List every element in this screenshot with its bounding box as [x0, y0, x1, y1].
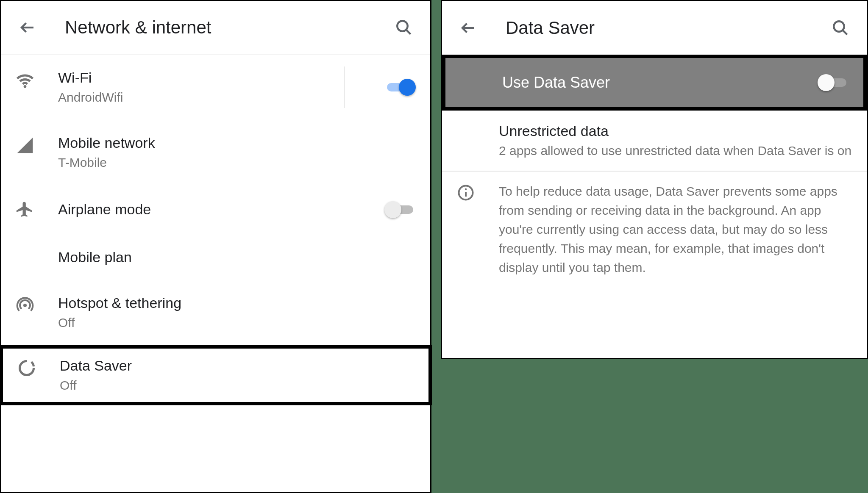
- row-title: Airplane mode: [58, 201, 376, 218]
- divider: [344, 66, 345, 108]
- row-airplane[interactable]: Airplane mode: [1, 185, 430, 234]
- hotspot-icon: [16, 294, 58, 315]
- row-use-data-saver-highlight: Use Data Saver: [442, 55, 867, 111]
- blank-icon: [460, 73, 502, 75]
- svg-point-1: [23, 304, 27, 307]
- use-data-saver-toggle[interactable]: [818, 73, 849, 92]
- wifi-toggle[interactable]: [384, 78, 416, 97]
- row-hotspot[interactable]: Hotspot & tethering Off: [1, 280, 430, 345]
- page-title: Network & internet: [39, 17, 392, 38]
- row-mobile-network[interactable]: Mobile network T-Mobile: [1, 120, 430, 185]
- search-icon[interactable]: [392, 16, 416, 39]
- row-mobile-plan[interactable]: Mobile plan: [1, 234, 430, 280]
- airplane-toggle[interactable]: [384, 200, 416, 219]
- row-sub: T-Mobile: [58, 154, 416, 171]
- row-title: Wi-Fi: [58, 69, 376, 86]
- row-data-saver[interactable]: Data Saver Off: [3, 349, 428, 402]
- row-title: Mobile network: [58, 134, 416, 152]
- appbar: Network & internet: [1, 1, 430, 55]
- page-title: Data Saver: [480, 18, 829, 38]
- back-arrow-icon[interactable]: [16, 16, 39, 39]
- row-title: Data Saver: [60, 357, 414, 374]
- row-sub: Off: [60, 377, 414, 393]
- svg-point-2: [834, 21, 844, 32]
- svg-point-5: [465, 188, 467, 190]
- blank-icon: [16, 249, 58, 250]
- info-icon: [456, 182, 499, 202]
- row-sub: Off: [58, 314, 416, 331]
- data-saver-icon: [17, 357, 60, 377]
- row-info: To help reduce data usage, Data Saver pr…: [442, 172, 867, 291]
- network-internet-screen: Network & internet Wi-Fi AndroidWifi: [0, 0, 431, 493]
- wifi-icon: [16, 69, 58, 89]
- appbar: Data Saver: [442, 1, 867, 55]
- row-wifi[interactable]: Wi-Fi AndroidWifi: [1, 55, 430, 120]
- row-title: Mobile plan: [58, 249, 416, 266]
- row-sub: 2 apps allowed to use unrestricted data …: [499, 142, 852, 159]
- blank-icon: [456, 122, 499, 124]
- row-sub: AndroidWifi: [58, 89, 376, 105]
- info-text: To help reduce data usage, Data Saver pr…: [499, 182, 852, 277]
- row-title: Hotspot & tethering: [58, 294, 416, 312]
- row-data-saver-highlight: Data Saver Off: [0, 345, 432, 405]
- row-use-data-saver[interactable]: Use Data Saver: [445, 58, 863, 107]
- search-icon[interactable]: [829, 16, 852, 40]
- airplane-icon: [16, 199, 58, 220]
- row-title: Unrestricted data: [499, 122, 852, 140]
- back-arrow-icon[interactable]: [456, 16, 480, 40]
- data-saver-screen: Data Saver Use Data Saver Unrestricted d…: [441, 0, 868, 359]
- signal-icon: [16, 134, 58, 155]
- row-title: Use Data Saver: [502, 73, 809, 91]
- svg-point-0: [397, 21, 408, 31]
- row-unrestricted[interactable]: Unrestricted data 2 apps allowed to use …: [442, 111, 867, 171]
